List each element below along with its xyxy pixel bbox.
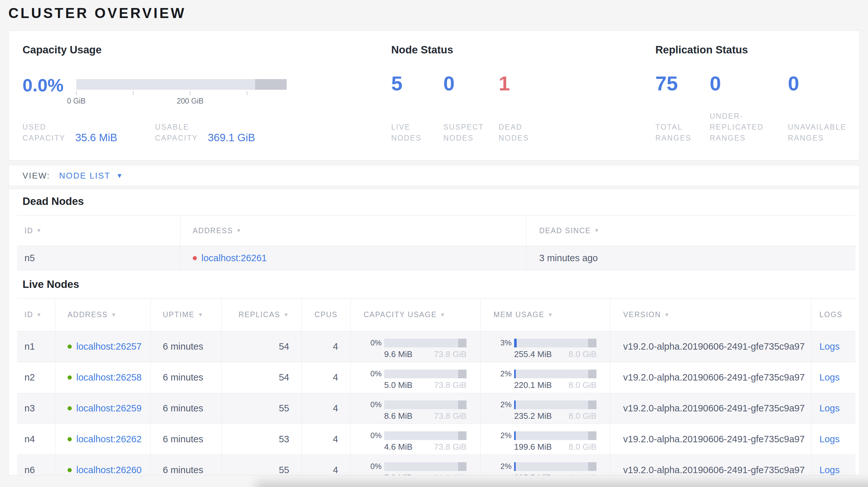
mem-usage-bar	[514, 339, 596, 347]
live-col-header-replicas[interactable]: REPLICAS ▼	[222, 298, 302, 331]
dead-node-address-cell: localhost:26261	[181, 246, 526, 270]
dead-col-header-id[interactable]: ID ▼	[17, 216, 181, 246]
live-node-uptime: 6 minutes	[151, 362, 222, 393]
live-nodes-table: ID ▼ ADDRESS ▼ UPTIME ▼ REPLICAS ▼ CPUS	[17, 298, 856, 476]
logs-link[interactable]: Logs	[819, 403, 840, 414]
dead-nodes-label: DEAD NODES	[499, 122, 547, 143]
unavailable-ranges-count: 0	[788, 73, 799, 94]
live-node-capacity-cell: 0% 7.8 MiB 73.8 GiB	[351, 455, 480, 476]
live-node-memory-cell: 2% 199.6 MiB 8.0 GiB	[480, 424, 610, 455]
live-node-address-link[interactable]: localhost:26260	[76, 465, 142, 476]
mem-usage-widget: 2% 199.6 MiB 8.0 GiB	[494, 426, 596, 452]
view-bar: VIEW: NODE LIST ▼	[8, 165, 860, 186]
replication-status-title: Replication Status	[655, 44, 748, 56]
capacity-usage-widget: 0% 5.0 MiB 73.8 GiB	[364, 365, 466, 390]
mem-usage-widget: 2% 225.5 MiB 8.0 GiB	[494, 457, 596, 476]
logs-link[interactable]: Logs	[819, 341, 840, 352]
logs-link[interactable]: Logs	[819, 434, 840, 445]
cluster-overview-page: CLUSTER OVERVIEW Capacity Usage 0.0% 0 G…	[0, 0, 868, 487]
dead-col-header-address[interactable]: ADDRESS ▼	[181, 216, 526, 246]
mem-usage-widget: 3% 255.4 MiB 8.0 GiB	[494, 334, 596, 359]
under-replicated-ranges-count: 0	[710, 73, 721, 94]
tick-mark	[247, 91, 247, 95]
sort-arrow-icon: ▼	[36, 228, 42, 233]
capacity-bar-dark-segment	[458, 369, 466, 378]
logs-link[interactable]: Logs	[819, 372, 840, 383]
window-bottom-shadow	[254, 482, 868, 487]
capacity-usage-bar	[384, 431, 466, 440]
capacity-percent-label: 0%	[364, 431, 381, 440]
chevron-down-icon: ▼	[116, 172, 123, 180]
live-node-row: n2 localhost:26258 6 minutes 54 4 0%	[17, 362, 856, 393]
live-node-version: v19.2.0-alpha.20190606-2491-gfe735c9a97	[610, 393, 811, 424]
total-ranges-label: TOTAL RANGES	[655, 122, 707, 143]
capacity-usage-widget: 0% 8.6 MiB 73.8 GiB	[364, 396, 466, 421]
dead-status-dot-icon	[193, 256, 197, 260]
capacity-percent: 0.0%	[23, 75, 64, 95]
used-capacity-value: 35.6 MiB	[75, 132, 155, 143]
mem-total-value: 8.0 GiB	[568, 411, 596, 421]
capacity-bar-track	[76, 79, 287, 90]
capacity-bar-dark-segment	[458, 400, 466, 409]
dead-node-dead-since: 3 minutes ago	[526, 246, 856, 270]
dead-node-address-link[interactable]: localhost:26261	[202, 253, 267, 263]
live-node-replicas: 55	[222, 393, 302, 424]
live-col-header-address[interactable]: ADDRESS ▼	[55, 298, 151, 331]
live-node-version: v19.2.0-alpha.20190606-2491-gfe735c9a97	[610, 362, 811, 393]
live-status-dot-icon	[68, 345, 72, 349]
mem-percent-label: 2%	[494, 400, 512, 409]
mem-bar-fill	[514, 369, 516, 378]
live-node-address-link[interactable]: localhost:26258	[76, 372, 142, 383]
live-node-id: n3	[17, 393, 55, 424]
mem-percent-label: 2%	[494, 462, 512, 471]
usable-capacity-value: 369.1 GiB	[208, 132, 288, 143]
live-col-header-version[interactable]: VERSION ▼	[610, 298, 811, 331]
capacity-total-value: 73.8 GiB	[434, 442, 466, 452]
capacity-usage-bar	[384, 369, 466, 378]
mem-bar-dark-segment	[588, 339, 596, 347]
live-node-address-link[interactable]: localhost:26262	[76, 434, 142, 445]
live-node-capacity-cell: 0% 4.6 MiB 73.8 GiB	[351, 424, 480, 455]
live-col-header-cpus[interactable]: CPUS	[302, 298, 351, 331]
dead-nodes-count: 1	[499, 73, 510, 94]
live-node-version: v19.2.0-alpha.20190606-2491-gfe735c9a97	[610, 424, 811, 455]
live-nodes-title: Live Nodes	[23, 278, 859, 290]
live-col-header-id[interactable]: ID ▼	[17, 298, 55, 331]
capacity-stats: USED CAPACITY 35.6 MiB USABLE CAPACITY 3…	[23, 122, 288, 143]
live-node-address-cell: localhost:26258	[55, 362, 151, 393]
live-node-row: n6 localhost:26260 6 minutes 55 4 0%	[17, 455, 856, 476]
used-capacity-label: USED CAPACITY	[23, 122, 75, 143]
mem-usage-bar	[514, 431, 596, 440]
view-label: VIEW:	[23, 171, 50, 181]
capacity-usage-widget: 0% 4.6 MiB 73.8 GiB	[364, 426, 466, 452]
mem-bar-dark-segment	[588, 369, 596, 378]
under-replicated-ranges-label: UNDER-REPLICATED RANGES	[710, 111, 776, 143]
live-node-address-cell: localhost:26260	[55, 455, 151, 476]
live-node-memory-cell: 3% 255.4 MiB 8.0 GiB	[480, 331, 610, 362]
live-col-header-uptime[interactable]: UPTIME ▼	[151, 298, 222, 331]
live-node-row: n4 localhost:26262 6 minutes 53 4 0%	[17, 424, 856, 455]
total-ranges-count: 75	[655, 73, 678, 94]
tick-label: 0 GiB	[57, 97, 96, 105]
live-col-header-mem-usage[interactable]: MEM USAGE ▼	[480, 298, 610, 331]
mem-bar-fill	[514, 431, 516, 440]
live-node-address-link[interactable]: localhost:26259	[76, 403, 142, 414]
live-nodes-label: LIVE NODES	[391, 122, 439, 143]
live-node-memory-cell: 2% 225.5 MiB 8.0 GiB	[480, 455, 610, 476]
capacity-total-value: 73.8 GiB	[434, 473, 466, 476]
dead-col-header-dead-since[interactable]: DEAD SINCE ▼	[526, 216, 856, 246]
capacity-bar-dark-segment	[255, 79, 287, 90]
mem-bar-dark-segment	[588, 462, 596, 471]
capacity-total-value: 73.8 GiB	[434, 411, 466, 421]
view-selector-dropdown[interactable]: NODE LIST ▼	[59, 171, 124, 181]
live-node-replicas: 54	[222, 331, 302, 362]
logs-link[interactable]: Logs	[819, 465, 840, 476]
live-node-logs-cell: Logs	[811, 393, 856, 424]
live-nodes-count: 5	[391, 73, 402, 94]
live-node-address-link[interactable]: localhost:26257	[76, 341, 142, 352]
mem-used-value: 199.6 MiB	[514, 442, 552, 452]
capacity-bar-dark-segment	[458, 339, 466, 347]
live-col-header-capacity-usage[interactable]: CAPACITY USAGE ▼	[351, 298, 480, 331]
sort-arrow-icon: ▼	[594, 228, 600, 233]
mem-used-value: 225.5 MiB	[514, 473, 552, 476]
